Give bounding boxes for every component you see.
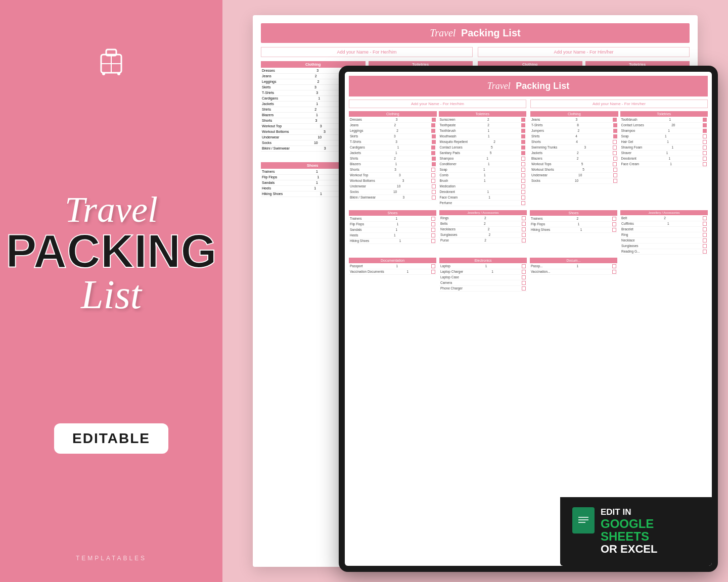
travel-title: Travel (65, 191, 158, 228)
tablet-him-clothing: Clothing Jeans3 T-Shirts8 Jumpers2 Shirt… (530, 111, 618, 206)
tablet-electronics: Electronics Laptop1 Laptop Charger1 Lapt… (439, 258, 527, 292)
tablet-placeholder (620, 258, 708, 292)
left-panel: Travel PACKING List EDITABLE TEMPLATABLE… (0, 0, 222, 582)
electronics-header: Electronics (439, 258, 527, 263)
tablet-him-shoes: Shoes Trainers2 Flip Flops1 Hiking Shoes… (530, 210, 617, 255)
tablet-him-name: Add your Name - For Him/her (530, 100, 708, 108)
tablet-her-jewellery: Jewellery / Accessories Rings2 Belts2 Ne… (439, 210, 527, 255)
tablet-container: Travel Packing List Add your Name - For … (339, 66, 718, 572)
tablet-him-jewellery: Jewellery / Accessories Belt2 Cufflinks1… (620, 210, 708, 255)
back-doc-title-italic: Travel (430, 27, 456, 38)
edit-bar: EDIT IN GOOGLE SHEETS OR EXCEL (560, 497, 712, 566)
packing-title: PACKING (6, 228, 216, 274)
svg-point-4 (102, 72, 105, 75)
tablet-her-name: Add your Name - For Her/him (349, 100, 526, 108)
list-title: List (81, 274, 142, 315)
google-sheets-label: GOOGLE (601, 517, 657, 530)
google-sheets-icon (572, 507, 595, 534)
luggage-icon (91, 40, 131, 88)
editable-badge: EDITABLE (54, 423, 168, 454)
svg-rect-7 (578, 517, 588, 518)
tablet-her-toiletries: Toiletries Sunscreen2 Toothpaste2 Toothb… (439, 111, 527, 206)
tablet-him-doc: Docum... Passp...1 Vaccination... (530, 258, 617, 292)
svg-point-5 (117, 72, 120, 75)
tablet-title-bold: Packing List (516, 81, 569, 91)
edit-in-label: EDIT IN (601, 507, 657, 517)
back-doc-header: Travel Packing List (261, 23, 690, 43)
back-doc-title-bold: Packing List (461, 27, 521, 38)
edit-text-block: EDIT IN GOOGLE SHEETS OR EXCEL (601, 507, 657, 556)
svg-rect-8 (578, 519, 588, 520)
brand-name: TEMPLATABLES (76, 555, 147, 562)
editable-label: EDITABLE (72, 430, 150, 446)
sheets-label: SHEETS (601, 530, 657, 543)
or-excel-label: OR EXCEL (601, 543, 657, 556)
tablet-frame: Travel Packing List Add your Name - For … (339, 66, 718, 572)
tablet-document: Travel Packing List Add your Name - For … (345, 72, 712, 566)
jewellery-header: Jewellery / Accessories (439, 210, 527, 215)
title-area: Travel PACKING List (6, 191, 216, 315)
tablet-screen: Travel Packing List Add your Name - For … (345, 72, 712, 566)
tablet-her-shoes: Shoes Trainers1 Flip Flops1 Sandals1 Hee… (349, 210, 436, 255)
tablet-header: Travel Packing List (349, 76, 708, 96)
svg-rect-9 (578, 522, 585, 523)
tablet-her-doc: Documentation Passport1 Vaccination Docu… (349, 258, 436, 292)
her-name-header: Add your Name - For Her/him (261, 47, 473, 57)
right-panel: Travel Packing List Add your Name - For … (222, 0, 728, 582)
tablet-him-toiletries: Toiletries Toothbrush1 Contact Lenses20 … (620, 111, 708, 206)
him-name-header: Add your Name - For Him/her (478, 47, 690, 57)
tablet-title-italic: Travel (487, 81, 511, 91)
tablet-her-clothing: Clothing Dresses3 Jeans2 Leggings2 Skirt… (349, 111, 437, 206)
